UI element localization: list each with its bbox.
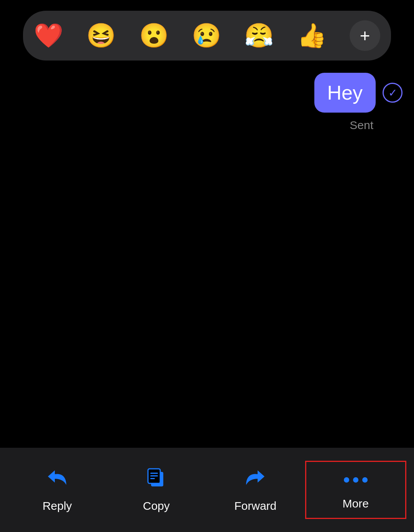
more-icon: [344, 470, 368, 490]
reaction-surprised[interactable]: 😮: [139, 24, 169, 47]
dot-2: [353, 477, 358, 483]
sent-label: Sent: [350, 119, 373, 132]
more-action[interactable]: More: [305, 461, 407, 519]
dot-1: [344, 477, 349, 483]
reaction-angry[interactable]: 😤: [244, 24, 274, 47]
message-area: Hey ✓ Sent: [0, 61, 414, 448]
checkmark: ✓: [388, 87, 397, 99]
svg-rect-5: [150, 478, 155, 479]
forward-action[interactable]: Forward: [206, 460, 305, 520]
reaction-bar: ❤️ 😆 😮 😢 😤 👍 +: [23, 11, 391, 61]
forward-icon: [244, 467, 267, 493]
dot-3: [362, 477, 368, 483]
svg-rect-4: [150, 475, 158, 476]
reaction-cry[interactable]: 😢: [192, 24, 221, 47]
reaction-thumbsup[interactable]: 👍: [297, 24, 327, 47]
message-row: Hey ✓: [314, 73, 402, 113]
reply-label: Reply: [43, 499, 72, 512]
reaction-heart[interactable]: ❤️: [34, 24, 63, 47]
message-text: Hey: [327, 82, 363, 104]
svg-rect-3: [150, 473, 158, 474]
reaction-laugh[interactable]: 😆: [86, 24, 116, 47]
reply-icon: [46, 467, 69, 493]
message-bubble: Hey: [314, 73, 376, 113]
reply-action[interactable]: Reply: [8, 460, 107, 520]
copy-icon: [145, 467, 168, 493]
plus-icon: +: [360, 27, 370, 44]
forward-label: Forward: [234, 499, 276, 512]
copy-label: Copy: [143, 499, 170, 512]
message-check-icon: ✓: [383, 83, 402, 103]
reaction-more-button[interactable]: +: [350, 20, 380, 51]
action-bar: Reply Copy Forward: [0, 448, 414, 532]
copy-action[interactable]: Copy: [107, 460, 206, 520]
more-label: More: [343, 497, 369, 510]
